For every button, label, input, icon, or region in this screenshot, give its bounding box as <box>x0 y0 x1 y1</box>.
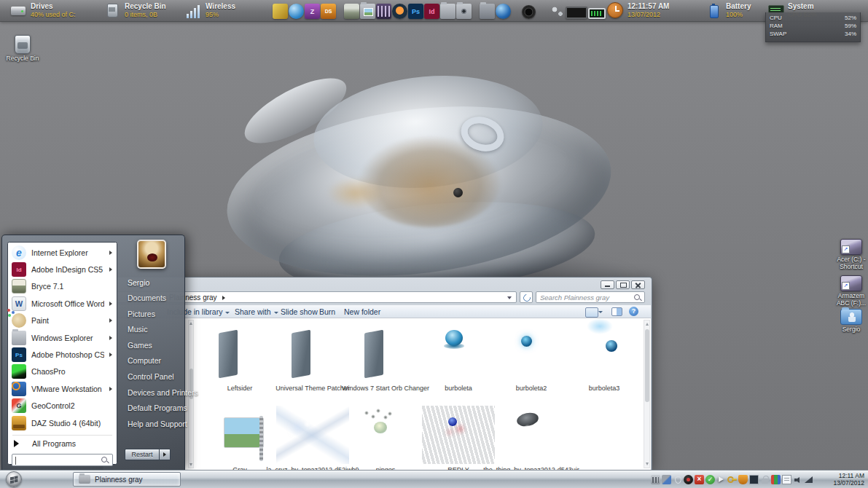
droplet-icon[interactable] <box>673 475 682 484</box>
indesign-icon[interactable] <box>424 4 439 19</box>
maximize-button[interactable] <box>616 280 630 289</box>
toolbar-burn[interactable]: Burn <box>319 307 335 316</box>
zbrush-icon[interactable] <box>305 4 320 19</box>
explorer-item[interactable]: Gray <box>203 406 276 470</box>
explorer-item[interactable]: Universal Theme Patcher <box>276 324 349 392</box>
start-menu-item[interactable]: Paint <box>9 312 116 329</box>
desktop-icon-armazem-drive[interactable]: Armazem ABC (F:)... <box>835 275 867 307</box>
start-menu-item[interactable]: ChaosPro <box>9 363 116 380</box>
taskbar-clock[interactable]: 12:11 AM 13/07/2012 <box>819 473 864 487</box>
folder-dark-icon[interactable] <box>480 4 495 19</box>
vmware-tray-icon[interactable] <box>771 475 781 484</box>
document-icon[interactable] <box>782 475 791 484</box>
explorer-item[interactable]: burboleta2 <box>495 324 568 392</box>
desktop-icon-acer-drive[interactable]: Acer (C:) - Shortcut <box>835 239 867 270</box>
gears-icon[interactable] <box>550 4 565 19</box>
daz-icon[interactable] <box>321 4 336 19</box>
start-menu-item[interactable]: DAZ Studio 4 (64bit) <box>9 414 116 431</box>
explorer-item[interactable]: burboleta <box>422 324 495 392</box>
toolbar-slide-show[interactable]: Slide show <box>281 307 318 316</box>
recycle-bin-widget[interactable]: Recycle Bin 0 items, 0B <box>104 2 166 18</box>
signal-icon[interactable] <box>804 475 813 484</box>
start-menu-item[interactable]: Adobe InDesign CS5 <box>9 261 116 278</box>
cursor-icon[interactable] <box>716 475 726 484</box>
volume-icon[interactable] <box>793 475 802 484</box>
key-icon[interactable] <box>727 475 737 484</box>
help-button[interactable] <box>629 307 638 316</box>
explorer-item[interactable]: Windows 7 Start Orb Changer <box>349 324 422 392</box>
refresh-button[interactable] <box>520 291 533 303</box>
change-view-button[interactable] <box>585 307 604 317</box>
clock-widget[interactable]: 12:11:57 AM 13/07/2012 <box>607 2 669 18</box>
wallpaper-render <box>219 69 649 295</box>
keyboard-icon[interactable] <box>651 475 660 484</box>
media-icon[interactable] <box>684 475 693 484</box>
start-menu-item[interactable]: Microsoft Office Word 2007 <box>9 295 116 312</box>
lock-icon[interactable] <box>760 475 770 484</box>
explorer-item[interactable]: burboleta3 <box>568 324 641 392</box>
desktop-icon-sergio-folder[interactable]: Sergio <box>835 309 867 334</box>
explorer-item[interactable]: REDLY <box>422 406 495 470</box>
start-menu-place-item[interactable]: Games <box>128 338 180 354</box>
shield-icon[interactable] <box>738 475 748 484</box>
address-dropdown-icon[interactable] <box>507 296 512 299</box>
all-programs-button[interactable]: All Programs <box>8 436 117 450</box>
scrollbar-thumb[interactable] <box>645 329 649 402</box>
wireless-widget[interactable]: Wireless 95% <box>185 2 235 18</box>
film-icon[interactable] <box>376 4 391 19</box>
folder-camera-icon[interactable] <box>456 4 472 19</box>
display-icon[interactable] <box>749 475 759 484</box>
toolbar-share-with[interactable]: Share with <box>235 307 278 316</box>
alert-flag-icon[interactable] <box>695 475 704 484</box>
monitor-meter-icon[interactable] <box>588 8 606 19</box>
folder-icon[interactable] <box>440 4 455 19</box>
user-name-link[interactable]: Sergio <box>128 278 149 287</box>
search-input[interactable] <box>536 292 644 302</box>
start-menu-item[interactable]: Adobe Photoshop CS5 <box>9 346 116 363</box>
terrain-icon[interactable] <box>344 4 359 19</box>
taskbar-window-button[interactable]: Plainness gray <box>73 472 181 487</box>
start-menu-item[interactable]: Internet Explorer <box>9 244 116 261</box>
vertical-scrollbar[interactable] <box>644 320 650 468</box>
start-menu-place-item[interactable]: Help and Support <box>128 417 180 433</box>
close-button[interactable] <box>631 280 645 289</box>
update-ok-icon[interactable] <box>705 475 715 484</box>
folder-image-icon[interactable] <box>360 4 375 19</box>
start-search-input[interactable] <box>12 454 112 465</box>
explorer-item[interactable]: the_thing_by_topaz2012-d543uir <box>495 406 568 470</box>
desktop-icon-recycle-bin[interactable]: Recycle Bin <box>4 35 41 63</box>
explorer-item[interactable]: la_cruz_by_topaz2012-d52jwb9 <box>276 406 349 470</box>
explorer-item[interactable]: pingos <box>349 406 422 470</box>
start-menu-place-item[interactable]: Computer <box>128 353 180 369</box>
lens-icon[interactable] <box>522 5 536 19</box>
tool-icon[interactable] <box>273 4 288 19</box>
start-menu-place-item[interactable]: Devices and Printers <box>128 385 180 401</box>
photoshop-icon[interactable] <box>408 4 423 19</box>
preview-pane-button[interactable] <box>611 307 622 316</box>
thunderbird-icon[interactable] <box>289 4 304 19</box>
drives-widget[interactable]: Drives 40% used of C: <box>10 2 76 18</box>
restart-button[interactable]: Restart <box>125 449 160 460</box>
explorer-item[interactable]: Leftsider <box>203 324 276 392</box>
battery-widget[interactable]: Battery 100% <box>705 2 751 18</box>
user-avatar[interactable] <box>137 240 166 269</box>
start-menu-place-item[interactable]: Default Programs <box>128 401 180 417</box>
search-box[interactable] <box>536 291 645 303</box>
power-options-arrow[interactable] <box>160 449 171 460</box>
globe-icon[interactable] <box>496 4 511 19</box>
toolbar-new-folder[interactable]: New folder <box>344 307 380 316</box>
blender-icon[interactable] <box>392 4 407 19</box>
minimize-button[interactable] <box>601 280 614 289</box>
start-menu-item[interactable]: GeoControl2 <box>9 398 116 414</box>
start-button[interactable] <box>6 471 22 487</box>
start-menu-place-item[interactable]: Documents <box>128 291 180 307</box>
start-menu-item[interactable]: VMware Workstation <box>9 380 116 397</box>
start-search-box[interactable] <box>12 454 113 466</box>
start-menu-place-item[interactable]: Music <box>128 322 180 338</box>
start-menu-item[interactable]: Windows Explorer <box>9 329 116 346</box>
start-menu-item[interactable]: Bryce 7.1 <box>9 278 116 295</box>
monitor-black-icon[interactable] <box>566 7 587 19</box>
network-icon[interactable] <box>662 475 671 484</box>
start-menu-place-item[interactable]: Pictures <box>128 307 180 323</box>
start-menu-place-item[interactable]: Control Panel <box>128 369 180 385</box>
